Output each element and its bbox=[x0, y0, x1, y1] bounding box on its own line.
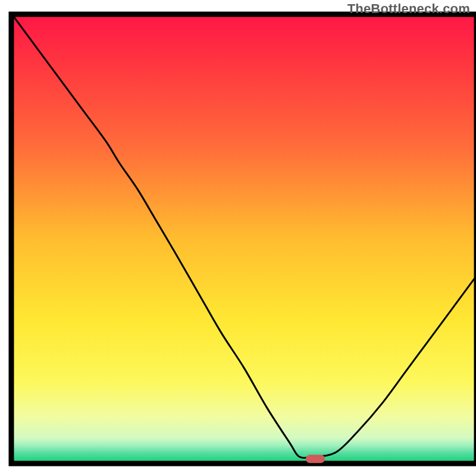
chart-container: TheBottleneck.com bbox=[0, 0, 476, 476]
bottleneck-chart bbox=[0, 0, 476, 476]
optimal-point-marker bbox=[306, 455, 325, 463]
watermark-text: TheBottleneck.com bbox=[347, 1, 470, 17]
gradient-background bbox=[14, 17, 474, 461]
